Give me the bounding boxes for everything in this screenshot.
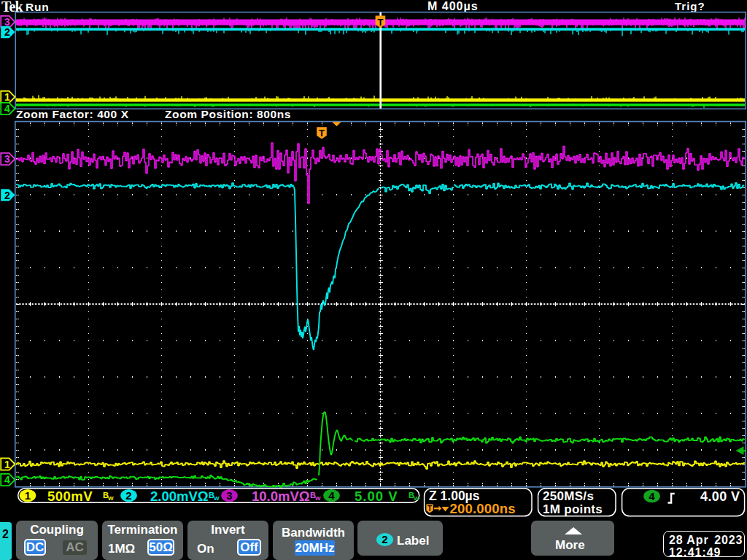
- svg-text:2.00mVΩ: 2.00mVΩ: [150, 489, 209, 504]
- svg-text:W: W: [414, 495, 419, 502]
- svg-text:1: 1: [4, 91, 10, 103]
- svg-text:3: 3: [4, 153, 10, 165]
- svg-text:T: T: [319, 128, 325, 139]
- svg-text:T: T: [377, 17, 383, 28]
- svg-text:1: 1: [25, 489, 31, 502]
- svg-text:2: 2: [4, 190, 10, 201]
- svg-text:T: T: [427, 505, 432, 513]
- svg-text:W: W: [315, 495, 321, 502]
- svg-text:10.0mVΩ: 10.0mVΩ: [252, 489, 310, 504]
- svg-text:500mV: 500mV: [47, 489, 93, 504]
- svg-text:4: 4: [4, 474, 10, 486]
- svg-text:W: W: [214, 495, 220, 502]
- svg-text:4: 4: [649, 490, 655, 502]
- svg-text:M 400µs: M 400µs: [427, 0, 479, 12]
- svg-text:2: 2: [125, 489, 131, 502]
- svg-text:200.000ns: 200.000ns: [450, 501, 516, 516]
- svg-text:Trig?: Trig?: [675, 0, 705, 12]
- svg-text:1: 1: [4, 459, 10, 470]
- svg-text:Run: Run: [26, 1, 50, 13]
- svg-text:4: 4: [4, 103, 10, 114]
- svg-text:1M points: 1M points: [543, 502, 603, 516]
- svg-text:4: 4: [328, 489, 335, 502]
- svg-text:Zoom Factor: 400 X: Zoom Factor: 400 X: [16, 108, 129, 120]
- svg-text:4.00 V: 4.00 V: [700, 489, 740, 504]
- svg-text:3: 3: [226, 489, 232, 502]
- svg-text:2: 2: [4, 26, 10, 38]
- svg-text:Zoom Position: 800ns: Zoom Position: 800ns: [165, 108, 291, 120]
- svg-text:5.00 V: 5.00 V: [355, 489, 398, 504]
- svg-text:W: W: [108, 495, 114, 502]
- svg-text:250MS/s: 250MS/s: [543, 489, 594, 503]
